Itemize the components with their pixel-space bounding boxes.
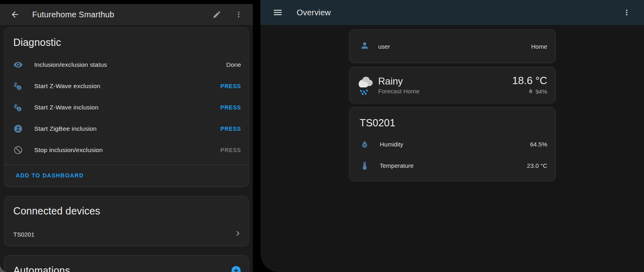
water-percent-icon [528, 88, 534, 95]
person-name: user [378, 43, 390, 50]
zigbee-icon: Z [13, 124, 23, 134]
overflow-menu-button[interactable] [620, 6, 634, 19]
diagnostic-row-label: Start Z-Wave inclusion [34, 104, 99, 111]
sidebar-menu-button[interactable] [271, 6, 285, 19]
overflow-menu-button[interactable] [232, 8, 246, 21]
weather-condition: Rainy [378, 76, 420, 87]
diagnostic-row-label: Inclusion/exclusion status [34, 61, 107, 68]
device-name: TS0201 [13, 231, 35, 238]
weather-values: 18.6 °C 94% [512, 75, 547, 95]
chevron-right-icon [233, 229, 243, 240]
connected-devices-card: Connected devices TS0201 [4, 196, 249, 246]
pencil-icon [213, 10, 221, 19]
overview-header: Overview [260, 0, 644, 25]
diagnostic-row: Z Start ZigBee inclusion PRESS [4, 118, 248, 139]
svg-text:z: z [19, 107, 20, 111]
diagnostic-row: Stop inclusion/exclusion PRESS [4, 139, 248, 161]
sensor-row-label: Humidity [380, 141, 403, 148]
zwave-icon: z [13, 81, 23, 91]
block-icon [13, 145, 23, 155]
person-state: Home [531, 43, 547, 50]
svg-text:Z: Z [17, 126, 20, 132]
weather-subtitle: Forecast Home [378, 88, 420, 95]
temperature-value[interactable]: 23.0 °C [527, 162, 547, 169]
status-bar [0, 0, 253, 4]
arrow-left-icon [10, 10, 20, 19]
page-title: Futurehome Smarthub [32, 10, 114, 19]
device-page-header: Futurehome Smarthub [0, 4, 253, 25]
diagnostic-row: z Start Z-Wave exclusion PRESS [4, 75, 248, 97]
start-zigbee-inclusion-button[interactable]: PRESS [221, 126, 241, 132]
diagnostic-row-label: Start Z-Wave exclusion [34, 82, 100, 90]
weather-temperature: 18.6 °C [512, 75, 547, 87]
weather-card[interactable]: Rainy Forecast Home 18.6 °C 94% [349, 67, 556, 103]
diagnostic-row-label: Stop inclusion/exclusion [34, 146, 103, 154]
sensor-row-label: Temperature [380, 162, 414, 169]
connected-device-row[interactable]: TS0201 [4, 223, 248, 246]
water-percent-icon [360, 140, 369, 149]
stop-inclusion-button[interactable]: PRESS [221, 147, 241, 153]
automations-card-header: Automations [4, 256, 248, 272]
weather-rainy-icon [353, 73, 377, 98]
plus-circle-icon [231, 265, 242, 272]
add-automation-button[interactable] [229, 264, 243, 272]
dots-vertical-icon [622, 8, 631, 17]
diagnostic-row: Inclusion/exclusion status Done [4, 54, 248, 75]
sensor-row: Humidity 64.5% [349, 134, 555, 155]
start-zwave-exclusion-button[interactable]: PRESS [221, 83, 241, 89]
page-title: Overview [297, 8, 331, 17]
device-page-content: Diagnostic Inclusion/exclusion status Do… [0, 25, 253, 272]
overview-window: Overview user Home [260, 0, 644, 272]
diagnostic-row-label: Start ZigBee inclusion [34, 125, 97, 132]
account-icon [360, 41, 369, 52]
diagnostic-card: Diagnostic Inclusion/exclusion status Do… [4, 27, 249, 187]
zwave-icon: z [13, 103, 23, 112]
sensor-row: Temperature 23.0 °C [349, 155, 555, 176]
overview-content: user Home [260, 25, 644, 181]
automations-card: Automations [4, 255, 249, 272]
diagnostic-card-title: Diagnostic [4, 28, 248, 54]
thermometer-icon [360, 161, 369, 171]
edit-device-button[interactable] [210, 8, 224, 21]
eye-icon [13, 60, 23, 70]
weather-humidity: 94% [535, 89, 547, 95]
sensor-card-title: TS0201 [349, 107, 555, 134]
add-to-dashboard-button[interactable]: ADD TO DASHBOARD [16, 172, 84, 179]
diagnostic-row: z Start Z-Wave inclusion PRESS [4, 97, 248, 118]
sensor-card: TS0201 Humidity 64.5% Temperature 23.0 °… [349, 107, 556, 181]
device-page-window: Futurehome Smarthub Diagnostic [0, 0, 253, 272]
back-button[interactable] [8, 8, 22, 21]
inclusion-status-value[interactable]: Done [226, 61, 241, 68]
connected-devices-title: Connected devices [4, 196, 248, 223]
automations-title: Automations [13, 265, 70, 272]
svg-text:z: z [19, 86, 20, 90]
weather-text: Rainy Forecast Home [378, 76, 420, 95]
dots-vertical-icon [234, 10, 243, 19]
menu-icon [272, 7, 283, 18]
person-card[interactable]: user Home [349, 29, 556, 63]
humidity-value[interactable]: 64.5% [530, 141, 547, 148]
start-zwave-inclusion-button[interactable]: PRESS [221, 104, 241, 111]
diagnostic-card-footer: ADD TO DASHBOARD [4, 165, 248, 187]
